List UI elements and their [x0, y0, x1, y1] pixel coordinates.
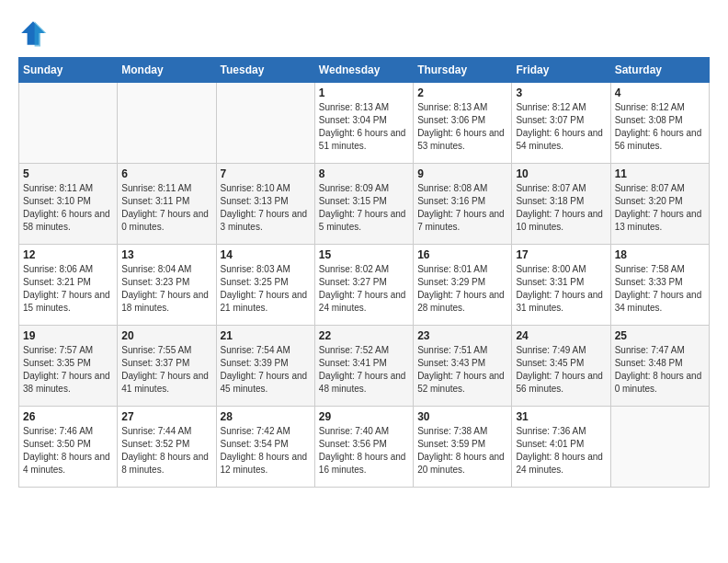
weekday-header-sunday: Sunday — [19, 58, 118, 83]
calendar-cell: 18Sunrise: 7:58 AMSunset: 3:33 PMDayligh… — [610, 245, 709, 326]
day-number: 9 — [417, 167, 507, 180]
day-info: Sunrise: 7:47 AMSunset: 3:48 PMDaylight:… — [615, 344, 705, 396]
calendar-cell: 28Sunrise: 7:42 AMSunset: 3:54 PMDayligh… — [216, 407, 314, 488]
calendar-cell: 15Sunrise: 8:02 AMSunset: 3:27 PMDayligh… — [314, 245, 413, 326]
calendar-cell: 14Sunrise: 8:03 AMSunset: 3:25 PMDayligh… — [216, 245, 314, 326]
calendar-cell: 27Sunrise: 7:44 AMSunset: 3:52 PMDayligh… — [118, 407, 216, 488]
logo — [18, 18, 51, 48]
day-number: 20 — [121, 329, 211, 342]
day-number: 8 — [319, 167, 409, 180]
calendar-cell: 11Sunrise: 8:07 AMSunset: 3:20 PMDayligh… — [610, 164, 709, 245]
calendar-cell: 12Sunrise: 8:06 AMSunset: 3:21 PMDayligh… — [19, 245, 118, 326]
calendar-cell: 20Sunrise: 7:55 AMSunset: 3:37 PMDayligh… — [118, 326, 216, 407]
weekday-header-tuesday: Tuesday — [216, 58, 314, 83]
day-info: Sunrise: 8:09 AMSunset: 3:15 PMDaylight:… — [319, 182, 409, 234]
day-info: Sunrise: 8:13 AMSunset: 3:04 PMDaylight:… — [319, 101, 409, 153]
calendar-cell: 3Sunrise: 8:12 AMSunset: 3:07 PMDaylight… — [512, 83, 610, 164]
day-info: Sunrise: 8:03 AMSunset: 3:25 PMDaylight:… — [221, 263, 311, 315]
calendar-cell: 6Sunrise: 8:11 AMSunset: 3:11 PMDaylight… — [118, 164, 216, 245]
day-number: 26 — [23, 410, 113, 423]
day-info: Sunrise: 8:10 AMSunset: 3:13 PMDaylight:… — [221, 182, 311, 234]
day-number: 28 — [221, 410, 311, 423]
day-number: 11 — [615, 167, 705, 180]
day-info: Sunrise: 8:11 AMSunset: 3:10 PMDaylight:… — [23, 182, 113, 234]
calendar-cell: 2Sunrise: 8:13 AMSunset: 3:06 PMDaylight… — [414, 83, 512, 164]
day-info: Sunrise: 8:11 AMSunset: 3:11 PMDaylight:… — [121, 182, 211, 234]
day-number: 4 — [615, 86, 705, 99]
page-header — [18, 18, 710, 48]
day-info: Sunrise: 8:07 AMSunset: 3:20 PMDaylight:… — [615, 182, 705, 234]
calendar-cell: 21Sunrise: 7:54 AMSunset: 3:39 PMDayligh… — [216, 326, 314, 407]
calendar-cell — [19, 83, 118, 164]
calendar-cell: 30Sunrise: 7:38 AMSunset: 3:59 PMDayligh… — [414, 407, 512, 488]
calendar-cell: 4Sunrise: 8:12 AMSunset: 3:08 PMDaylight… — [610, 83, 709, 164]
calendar-week-row: 1Sunrise: 8:13 AMSunset: 3:04 PMDaylight… — [19, 83, 710, 164]
day-number: 15 — [319, 248, 409, 261]
weekday-header-friday: Friday — [512, 58, 610, 83]
day-number: 6 — [121, 167, 211, 180]
day-number: 14 — [221, 248, 311, 261]
calendar-cell: 1Sunrise: 8:13 AMSunset: 3:04 PMDaylight… — [314, 83, 413, 164]
calendar-week-row: 5Sunrise: 8:11 AMSunset: 3:10 PMDaylight… — [19, 164, 710, 245]
weekday-header-saturday: Saturday — [610, 58, 709, 83]
calendar-week-row: 26Sunrise: 7:46 AMSunset: 3:50 PMDayligh… — [19, 407, 710, 488]
day-number: 18 — [615, 248, 705, 261]
weekday-header-monday: Monday — [118, 58, 216, 83]
calendar-cell: 16Sunrise: 8:01 AMSunset: 3:29 PMDayligh… — [414, 245, 512, 326]
calendar-cell: 24Sunrise: 7:49 AMSunset: 3:45 PMDayligh… — [512, 326, 610, 407]
day-info: Sunrise: 7:36 AMSunset: 4:01 PMDaylight:… — [516, 425, 606, 477]
day-info: Sunrise: 8:02 AMSunset: 3:27 PMDaylight:… — [319, 263, 409, 315]
calendar-cell: 19Sunrise: 7:57 AMSunset: 3:35 PMDayligh… — [19, 326, 118, 407]
day-info: Sunrise: 7:54 AMSunset: 3:39 PMDaylight:… — [221, 344, 311, 396]
weekday-header-thursday: Thursday — [414, 58, 512, 83]
day-info: Sunrise: 7:49 AMSunset: 3:45 PMDaylight:… — [516, 344, 606, 396]
calendar-cell: 29Sunrise: 7:40 AMSunset: 3:56 PMDayligh… — [314, 407, 413, 488]
day-info: Sunrise: 7:57 AMSunset: 3:35 PMDaylight:… — [23, 344, 113, 396]
day-number: 29 — [319, 410, 409, 423]
calendar-cell: 8Sunrise: 8:09 AMSunset: 3:15 PMDaylight… — [314, 164, 413, 245]
day-number: 5 — [23, 167, 113, 180]
calendar-cell: 13Sunrise: 8:04 AMSunset: 3:23 PMDayligh… — [118, 245, 216, 326]
day-number: 19 — [23, 329, 113, 342]
day-info: Sunrise: 7:40 AMSunset: 3:56 PMDaylight:… — [319, 425, 409, 477]
day-info: Sunrise: 8:08 AMSunset: 3:16 PMDaylight:… — [417, 182, 507, 234]
calendar-cell — [610, 407, 709, 488]
day-info: Sunrise: 7:38 AMSunset: 3:59 PMDaylight:… — [417, 425, 507, 477]
day-info: Sunrise: 8:07 AMSunset: 3:18 PMDaylight:… — [516, 182, 606, 234]
calendar-cell: 17Sunrise: 8:00 AMSunset: 3:31 PMDayligh… — [512, 245, 610, 326]
day-number: 10 — [516, 167, 606, 180]
day-number: 2 — [417, 86, 507, 99]
calendar-cell: 31Sunrise: 7:36 AMSunset: 4:01 PMDayligh… — [512, 407, 610, 488]
calendar-cell: 9Sunrise: 8:08 AMSunset: 3:16 PMDaylight… — [414, 164, 512, 245]
calendar-cell: 23Sunrise: 7:51 AMSunset: 3:43 PMDayligh… — [414, 326, 512, 407]
day-number: 23 — [417, 329, 507, 342]
calendar-table: SundayMondayTuesdayWednesdayThursdayFrid… — [18, 57, 710, 488]
weekday-header-wednesday: Wednesday — [314, 58, 413, 83]
day-info: Sunrise: 8:01 AMSunset: 3:29 PMDaylight:… — [417, 263, 507, 315]
calendar-cell: 10Sunrise: 8:07 AMSunset: 3:18 PMDayligh… — [512, 164, 610, 245]
calendar-cell: 25Sunrise: 7:47 AMSunset: 3:48 PMDayligh… — [610, 326, 709, 407]
day-number: 7 — [221, 167, 311, 180]
day-info: Sunrise: 8:12 AMSunset: 3:07 PMDaylight:… — [516, 101, 606, 153]
weekday-header-row: SundayMondayTuesdayWednesdayThursdayFrid… — [19, 58, 710, 83]
day-number: 30 — [417, 410, 507, 423]
calendar-cell: 26Sunrise: 7:46 AMSunset: 3:50 PMDayligh… — [19, 407, 118, 488]
day-number: 24 — [516, 329, 606, 342]
calendar-cell: 7Sunrise: 8:10 AMSunset: 3:13 PMDaylight… — [216, 164, 314, 245]
logo-icon — [18, 18, 48, 48]
day-number: 31 — [516, 410, 606, 423]
day-info: Sunrise: 8:13 AMSunset: 3:06 PMDaylight:… — [417, 101, 507, 153]
calendar-cell — [216, 83, 314, 164]
day-info: Sunrise: 8:00 AMSunset: 3:31 PMDaylight:… — [516, 263, 606, 315]
calendar-cell — [118, 83, 216, 164]
day-info: Sunrise: 7:44 AMSunset: 3:52 PMDaylight:… — [121, 425, 211, 477]
calendar-week-row: 19Sunrise: 7:57 AMSunset: 3:35 PMDayligh… — [19, 326, 710, 407]
day-info: Sunrise: 8:12 AMSunset: 3:08 PMDaylight:… — [615, 101, 705, 153]
day-number: 1 — [319, 86, 409, 99]
day-number: 16 — [417, 248, 507, 261]
day-info: Sunrise: 7:51 AMSunset: 3:43 PMDaylight:… — [417, 344, 507, 396]
calendar-cell: 22Sunrise: 7:52 AMSunset: 3:41 PMDayligh… — [314, 326, 413, 407]
day-info: Sunrise: 7:52 AMSunset: 3:41 PMDaylight:… — [319, 344, 409, 396]
day-info: Sunrise: 7:46 AMSunset: 3:50 PMDaylight:… — [23, 425, 113, 477]
calendar-week-row: 12Sunrise: 8:06 AMSunset: 3:21 PMDayligh… — [19, 245, 710, 326]
